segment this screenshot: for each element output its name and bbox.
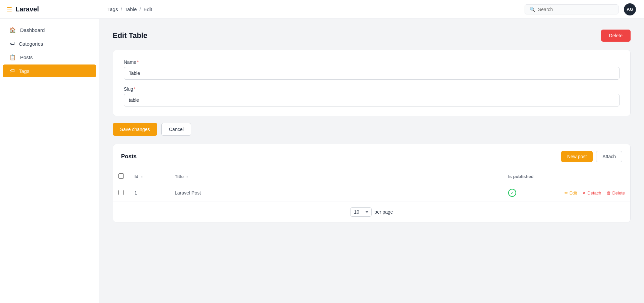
col-header-actions	[556, 169, 630, 184]
detach-label[interactable]: Detach	[587, 190, 601, 196]
col-header-check	[113, 169, 129, 184]
search-icon: 🔍	[530, 7, 535, 12]
edit-action[interactable]: ✏ Edit	[565, 190, 577, 196]
main-area: Tags / Table / Edit 🔍 AG Edit Table Dele…	[99, 0, 644, 303]
sidebar: ☰ Laravel 🏠 Dashboard 🏷 Categories 📋 Pos…	[0, 0, 99, 303]
attach-button[interactable]: Attach	[596, 151, 622, 162]
form-card: Name* Slug*	[113, 50, 631, 116]
posts-card: Posts New post Attach Id ↕	[113, 144, 631, 222]
sidebar-item-dashboard[interactable]: 🏠 Dashboard	[3, 24, 96, 37]
sidebar-item-label-posts: Posts	[20, 54, 33, 60]
sidebar-logo: Laravel	[15, 5, 39, 13]
sidebar-item-tags[interactable]: 🏷 Tags	[3, 64, 96, 77]
edit-pencil-icon: ✏	[565, 190, 568, 196]
avatar[interactable]: AG	[624, 3, 636, 15]
posts-header: Posts New post Attach	[113, 144, 630, 169]
table-head: Id ↕ Title ↕ Is published	[113, 169, 630, 184]
action-buttons: Save changes Cancel	[113, 123, 631, 136]
search-input[interactable]	[538, 7, 613, 12]
sidebar-item-label-categories: Categories	[19, 41, 43, 47]
sidebar-item-categories[interactable]: 🏷 Categories	[3, 37, 96, 50]
row-actions-cell: ✏ Edit ✕ Detach 🗑 Delete	[556, 184, 630, 202]
select-all-checkbox[interactable]	[118, 173, 124, 179]
id-sort-icon[interactable]: ↕	[141, 175, 143, 179]
name-form-group: Name*	[124, 59, 620, 80]
detach-x-icon: ✕	[582, 190, 586, 196]
breadcrumb-edit: Edit	[144, 6, 152, 12]
row-check	[113, 184, 129, 202]
posts-actions: New post Attach	[561, 151, 622, 162]
save-button[interactable]: Save changes	[113, 123, 157, 136]
tags-icon: 🏷	[9, 68, 15, 74]
breadcrumb: Tags / Table / Edit	[107, 6, 525, 12]
sidebar-header: ☰ Laravel	[0, 0, 99, 19]
row-published: ✓	[503, 184, 556, 202]
sidebar-item-label-dashboard: Dashboard	[20, 27, 45, 33]
title-sort-icon[interactable]: ↕	[186, 175, 188, 179]
sidebar-item-posts[interactable]: 📋 Posts	[3, 51, 96, 64]
posts-icon: 📋	[9, 54, 16, 60]
published-check-icon: ✓	[508, 189, 516, 197]
name-required: *	[137, 59, 139, 65]
cancel-button[interactable]: Cancel	[161, 123, 192, 136]
breadcrumb-sep-1: /	[121, 6, 122, 12]
posts-table: Id ↕ Title ↕ Is published	[113, 169, 630, 202]
pagination-row: 10 25 50 100 per page	[113, 202, 630, 222]
col-header-id: Id ↕	[129, 169, 169, 184]
col-header-title: Title ↕	[169, 169, 503, 184]
slug-input[interactable]	[124, 94, 620, 106]
sidebar-nav: 🏠 Dashboard 🏷 Categories 📋 Posts 🏷 Tags	[0, 19, 99, 82]
breadcrumb-table[interactable]: Table	[125, 6, 137, 12]
delete-button-top[interactable]: Delete	[601, 30, 631, 42]
slug-label: Slug*	[124, 86, 620, 92]
search-box[interactable]: 🔍	[525, 4, 619, 14]
per-page-select[interactable]: 10 25 50 100	[350, 207, 372, 217]
topbar-right: 🔍 AG	[525, 3, 636, 15]
table-body: 1 Laravel Post ✓ ✏ Edit	[113, 184, 630, 202]
posts-section-title: Posts	[121, 153, 137, 160]
delete-label[interactable]: Delete	[612, 190, 625, 196]
home-icon: 🏠	[9, 27, 16, 33]
categories-icon: 🏷	[9, 41, 15, 47]
page-header: Edit Table Delete	[113, 30, 631, 42]
delete-action[interactable]: 🗑 Delete	[606, 190, 625, 196]
row-checkbox[interactable]	[118, 190, 124, 195]
row-title: Laravel Post	[169, 184, 503, 202]
per-page-label: per page	[374, 209, 393, 215]
name-label: Name*	[124, 59, 620, 65]
breadcrumb-sep-2: /	[140, 6, 141, 12]
detach-action[interactable]: ✕ Detach	[582, 190, 601, 196]
topbar: Tags / Table / Edit 🔍 AG	[99, 0, 644, 19]
row-actions: ✏ Edit ✕ Detach 🗑 Delete	[562, 190, 625, 196]
delete-trash-icon: 🗑	[606, 190, 611, 196]
hamburger-icon[interactable]: ☰	[7, 6, 12, 13]
content-area: Edit Table Delete Name* Slug* Save chang…	[99, 19, 644, 303]
name-input[interactable]	[124, 67, 620, 80]
table-row: 1 Laravel Post ✓ ✏ Edit	[113, 184, 630, 202]
slug-required: *	[134, 86, 136, 92]
breadcrumb-tags[interactable]: Tags	[107, 6, 118, 12]
slug-form-group: Slug*	[124, 86, 620, 106]
new-post-button[interactable]: New post	[561, 151, 593, 162]
page-title: Edit Table	[113, 31, 148, 40]
col-header-published: Is published	[503, 169, 556, 184]
edit-label[interactable]: Edit	[570, 190, 577, 196]
sidebar-item-label-tags: Tags	[19, 68, 30, 74]
row-id: 1	[129, 184, 169, 202]
